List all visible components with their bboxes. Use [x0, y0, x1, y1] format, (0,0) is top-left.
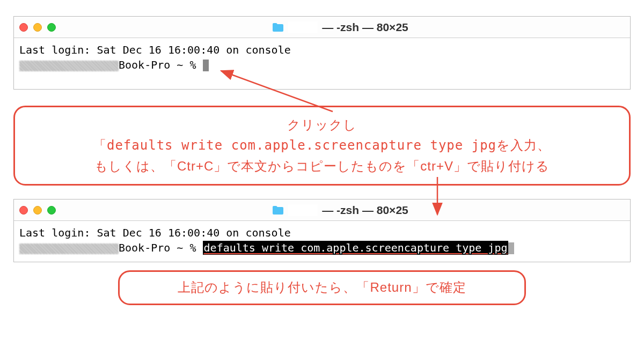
annotation-instruction-bottom: 上記のように貼り付いたら、「Return」で確定: [118, 270, 526, 305]
window-titlebar: — -zsh — 80×25: [14, 17, 630, 38]
username-redacted: [19, 243, 119, 254]
maximize-icon[interactable]: [47, 23, 56, 32]
prompt-text: Book-Pro ~ %: [119, 241, 203, 254]
cursor-icon: [508, 242, 514, 254]
cursor-icon: [203, 60, 209, 71]
maximize-icon[interactable]: [47, 206, 56, 215]
folder-icon: [272, 205, 284, 215]
title-redacted: [288, 204, 318, 216]
annotation-line: もしくは、「Ctr+C」で本文からコピーしたものを「ctr+V」で貼り付ける: [27, 156, 617, 176]
annotation-line: 「defaults write com.apple.screencapture …: [27, 135, 617, 156]
annotation-text: 上記のように貼り付いたら、「Return」で確定: [178, 280, 466, 294]
entered-command: defaults write com.apple.screencapture t…: [203, 241, 509, 255]
title-text: — -zsh — 80×25: [322, 204, 408, 217]
minimize-icon[interactable]: [33, 23, 42, 32]
window-title: — -zsh — 80×25: [56, 204, 625, 217]
minimize-icon[interactable]: [33, 206, 42, 215]
last-login-line: Last login: Sat Dec 16 16:00:40 on conso…: [19, 225, 625, 240]
terminal-window-before: — -zsh — 80×25 Last login: Sat Dec 16 16…: [13, 16, 631, 90]
window-titlebar: — -zsh — 80×25: [14, 200, 630, 221]
last-login-line: Last login: Sat Dec 16 16:00:40 on conso…: [19, 42, 625, 57]
window-controls: [19, 23, 56, 32]
annotation-line: クリックし: [27, 115, 617, 135]
window-title: — -zsh — 80×25: [56, 21, 625, 34]
prompt-text: Book-Pro ~ %: [119, 58, 203, 71]
terminal-output[interactable]: Last login: Sat Dec 16 16:00:40 on conso…: [14, 38, 630, 89]
folder-icon: [272, 23, 284, 32]
username-redacted: [19, 61, 119, 71]
close-icon[interactable]: [19, 23, 28, 32]
title-text: — -zsh — 80×25: [322, 21, 408, 34]
title-redacted: [288, 21, 318, 33]
close-icon[interactable]: [19, 206, 28, 215]
terminal-output[interactable]: Last login: Sat Dec 16 16:00:40 on conso…: [14, 221, 630, 262]
prompt-line[interactable]: Book-Pro ~ %: [19, 57, 625, 72]
prompt-line[interactable]: Book-Pro ~ % defaults write com.apple.sc…: [19, 240, 625, 255]
window-controls: [19, 206, 56, 215]
terminal-window-after: — -zsh — 80×25 Last login: Sat Dec 16 16…: [13, 199, 631, 262]
annotation-instruction-top: クリックし 「defaults write com.apple.screenca…: [13, 106, 631, 186]
